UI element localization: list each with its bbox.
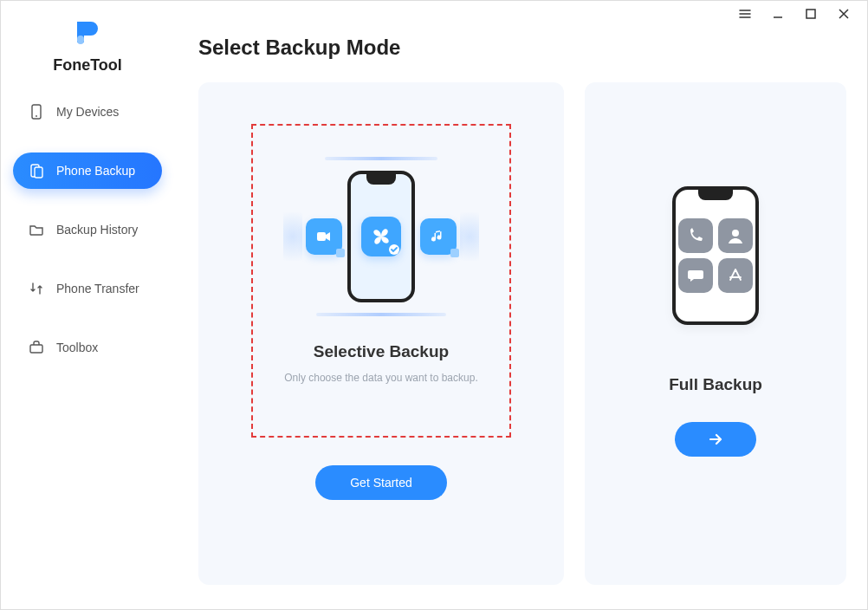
folder-icon xyxy=(29,222,44,237)
phone-illustration xyxy=(347,171,415,302)
sidebar-item-label: Backup History xyxy=(56,223,138,237)
svg-rect-1 xyxy=(77,36,84,44)
backup-icon xyxy=(29,163,44,178)
sidebar-item-phone-transfer[interactable]: Phone Transfer xyxy=(13,270,162,307)
sidebar-item-label: Phone Backup xyxy=(56,164,135,178)
fan-icon xyxy=(361,217,401,256)
appstore-icon xyxy=(718,258,753,293)
app-window: FoneTool My Devices Phone Backup Backup … xyxy=(1,1,867,609)
page-title: Select Backup Mode xyxy=(198,36,852,60)
contact-icon xyxy=(718,218,753,253)
music-icon xyxy=(420,218,457,255)
sidebar-item-my-devices[interactable]: My Devices xyxy=(13,94,162,130)
toolbox-icon xyxy=(29,340,44,355)
sidebar: FoneTool My Devices Phone Backup Backup … xyxy=(1,1,174,609)
svg-rect-5 xyxy=(35,167,42,178)
full-illustration: Full Backup xyxy=(669,186,762,394)
highlight-box: Selective Backup Only choose the data yo… xyxy=(251,124,511,438)
close-button[interactable] xyxy=(838,8,850,20)
sidebar-item-toolbox[interactable]: Toolbox xyxy=(13,329,162,366)
full-backup-next-button[interactable] xyxy=(675,422,756,457)
svg-point-3 xyxy=(36,115,37,117)
accent-line xyxy=(325,157,437,160)
maximize-button[interactable] xyxy=(805,8,817,20)
app-name: FoneTool xyxy=(53,56,122,75)
sidebar-item-label: Toolbox xyxy=(56,341,98,354)
sidebar-item-label: Phone Transfer xyxy=(56,282,139,295)
minimize-button[interactable] xyxy=(772,8,784,20)
selective-subtitle: Only choose the data you want to backup. xyxy=(284,372,477,384)
accent-line xyxy=(316,313,446,316)
halo-left xyxy=(283,212,302,261)
phone-call-icon xyxy=(678,218,713,253)
svg-rect-0 xyxy=(806,10,815,18)
arrow-right-icon xyxy=(707,431,724,448)
transfer-icon xyxy=(29,281,44,296)
selective-title: Selective Backup xyxy=(314,342,449,361)
message-icon xyxy=(678,258,713,293)
backup-mode-cards: Selective Backup Only choose the data yo… xyxy=(198,82,852,585)
sidebar-item-backup-history[interactable]: Backup History xyxy=(13,211,162,248)
app-logo: FoneTool xyxy=(1,16,174,75)
svg-point-9 xyxy=(732,230,739,237)
sidebar-nav: My Devices Phone Backup Backup History P… xyxy=(1,94,174,366)
card-selective-backup[interactable]: Selective Backup Only choose the data yo… xyxy=(198,82,564,585)
titlebar xyxy=(722,1,867,27)
device-icon xyxy=(29,104,44,120)
main-content: Select Backup Mode xyxy=(174,1,867,609)
check-icon xyxy=(389,244,399,255)
fonetool-logo-icon xyxy=(72,16,103,48)
selective-illustration xyxy=(283,171,479,302)
svg-rect-6 xyxy=(30,345,42,353)
card-full-backup[interactable]: Full Backup xyxy=(585,82,846,585)
menu-icon[interactable] xyxy=(739,8,751,20)
sidebar-item-phone-backup[interactable]: Phone Backup xyxy=(13,152,162,189)
halo-right xyxy=(460,212,479,261)
get-started-button[interactable]: Get Started xyxy=(315,465,447,500)
sidebar-item-label: My Devices xyxy=(56,105,119,119)
full-title: Full Backup xyxy=(669,375,762,394)
svg-rect-7 xyxy=(317,232,326,241)
phone-illustration xyxy=(672,186,759,325)
video-icon xyxy=(306,218,342,255)
